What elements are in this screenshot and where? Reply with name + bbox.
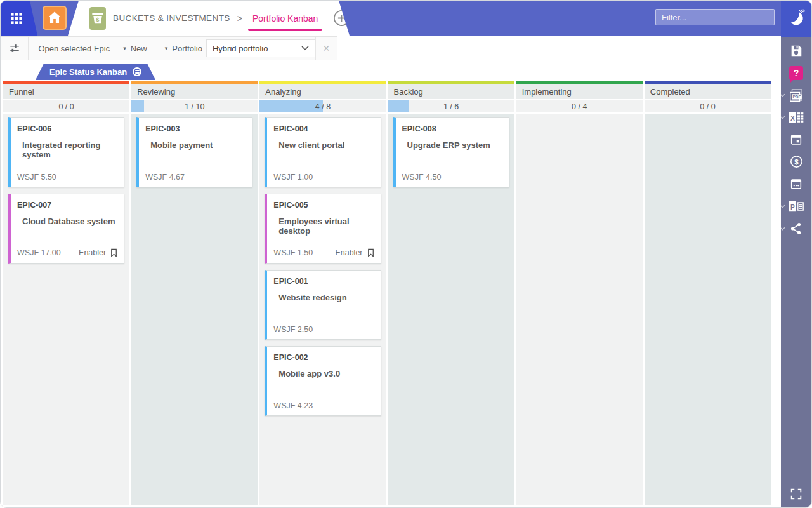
breadcrumb-divider: > xyxy=(237,13,242,23)
caret-down-icon: ▾ xyxy=(123,45,126,51)
wsjf-value: WSJF 2.50 xyxy=(273,325,313,334)
kanban-column: Completed0 / 0 xyxy=(645,81,771,505)
open-selected-epic-button[interactable]: Open selected Epic xyxy=(29,37,119,60)
share-button[interactable] xyxy=(788,220,804,236)
epic-card-title: Upgrade ERP system xyxy=(407,140,502,150)
bucket-dollar-icon[interactable]: $ xyxy=(89,7,106,30)
epic-card-title: Website redesign xyxy=(278,293,374,302)
right-sidebar: ? PDF X xyxy=(781,37,811,507)
help-icon: ? xyxy=(789,66,803,80)
add-board-button[interactable] xyxy=(333,10,350,27)
powerpoint-export-button[interactable]: P xyxy=(788,198,804,214)
portfolio-label: Portfolio xyxy=(172,44,202,53)
epic-card-id: EPIC-004 xyxy=(273,124,374,133)
epic-card-title: Mobile payment xyxy=(150,140,246,150)
filter-input[interactable] xyxy=(655,9,775,25)
kanban-column: Analyzing4 / 8EPIC-004New client portalW… xyxy=(259,81,386,505)
kendis-swoosh-logo xyxy=(785,8,807,30)
column-count-row: 4 / 8 xyxy=(259,100,386,114)
pdf-export-button[interactable]: PDF xyxy=(788,87,804,103)
main-area: Open selected Epic ▾ New ▾ Portfolio Hyb… xyxy=(1,36,781,507)
toolbar: Open selected Epic ▾ New ▾ Portfolio Hyb… xyxy=(1,36,781,61)
column-count-row: 1 / 6 xyxy=(388,100,514,114)
open-selected-epic-label: Open selected Epic xyxy=(38,44,110,53)
epic-card[interactable]: EPIC-005Employees virtual desktopWSJF 1.… xyxy=(265,194,381,264)
epic-card[interactable]: EPIC-001Website redesignWSJF 2.50 xyxy=(265,270,381,340)
portfolio-select-value: Hybrid portfolio xyxy=(213,44,268,53)
epic-card-id: EPIC-005 xyxy=(273,201,374,210)
planning-board-button[interactable] xyxy=(788,131,804,147)
board-settings-button[interactable] xyxy=(1,37,29,60)
fullscreen-icon xyxy=(789,487,803,501)
wsjf-value: WSJF 1.50 xyxy=(273,248,313,257)
portfolio-select[interactable]: Hybrid portfolio xyxy=(206,39,315,57)
svg-text:PDF: PDF xyxy=(792,94,801,98)
epic-card-footer: WSJF 4.67 xyxy=(145,173,247,182)
wsjf-value: WSJF 17.00 xyxy=(17,248,61,257)
chevron-down-icon xyxy=(301,46,309,51)
epic-card-footer: WSJF 1.50Enabler xyxy=(273,248,375,258)
epic-card-footer: WSJF 5.50 xyxy=(17,173,119,182)
epic-card-title: Integrated reporting system xyxy=(22,140,117,159)
column-count-label: 0 / 0 xyxy=(3,100,129,114)
epic-card[interactable]: EPIC-007Cloud Database systemWSJF 17.00E… xyxy=(8,194,124,264)
epic-card-id: EPIC-002 xyxy=(273,353,374,362)
column-header: Implementing xyxy=(516,84,643,100)
circle-menu-icon[interactable] xyxy=(133,67,141,76)
breadcrumb-section[interactable]: BUCKETS & INVESTMENTS xyxy=(113,13,230,23)
column-count-label: 0 / 0 xyxy=(645,100,771,114)
epic-card-title: New client portal xyxy=(278,140,374,150)
help-button[interactable]: ? xyxy=(788,65,804,81)
epic-card-id: EPIC-008 xyxy=(402,124,502,133)
enabler-label: Enabler xyxy=(335,248,362,257)
column-body xyxy=(516,114,643,505)
column-header: Backlog xyxy=(388,84,514,100)
bookmark-icon xyxy=(109,248,119,258)
apps-menu-button[interactable] xyxy=(1,1,37,36)
breadcrumb-current-tab[interactable]: Portfolio Kanban xyxy=(252,13,318,23)
kanban-board: Funnel0 / 0EPIC-006Integrated reporting … xyxy=(1,81,781,507)
share-icon xyxy=(789,222,803,236)
epic-card-title: Mobile app v3.0 xyxy=(278,369,374,378)
home-button[interactable] xyxy=(43,6,67,30)
epic-card-id: EPIC-006 xyxy=(17,124,117,133)
epic-card-footer: WSJF 1.00 xyxy=(273,173,375,182)
column-count-label: 0 / 4 xyxy=(516,100,643,114)
svg-text:P: P xyxy=(790,203,795,210)
enabler-label: Enabler xyxy=(79,248,106,257)
portfolio-group: ▾ Portfolio Hybrid portfolio xyxy=(157,37,315,60)
column-body: EPIC-008Upgrade ERP systemWSJF 4.50 xyxy=(388,114,514,505)
epic-card-footer: WSJF 4.50 xyxy=(402,173,504,182)
epic-card[interactable]: EPIC-002Mobile app v3.0WSJF 4.23 xyxy=(265,346,381,416)
excel-export-button[interactable]: X xyxy=(788,109,804,125)
new-dropdown-button[interactable]: ▾ New xyxy=(119,37,157,60)
bookmark-icon xyxy=(366,248,376,258)
column-header: Reviewing xyxy=(131,84,258,100)
tab-epic-status-kanban[interactable]: Epic Status Kanban xyxy=(36,64,155,80)
enabler-badge: Enabler xyxy=(79,248,119,258)
program-board-button[interactable] xyxy=(788,176,804,192)
fullscreen-button[interactable] xyxy=(789,487,803,501)
kanban-column: Reviewing1 / 10EPIC-003Mobile paymentWSJ… xyxy=(131,81,258,505)
new-label: New xyxy=(131,44,147,53)
svg-text:X: X xyxy=(790,114,795,121)
top-bar: $ BUCKETS & INVESTMENTS > Portfolio Kanb… xyxy=(1,1,811,36)
board-tab-label: Epic Status Kanban xyxy=(49,67,127,77)
pdf-export-icon: PDF xyxy=(788,88,804,103)
clear-portfolio-button[interactable]: ✕ xyxy=(315,37,337,60)
epic-card[interactable]: EPIC-008Upgrade ERP systemWSJF 4.50 xyxy=(393,117,509,187)
epic-card[interactable]: EPIC-004New client portalWSJF 1.00 xyxy=(265,117,381,187)
budget-button[interactable]: $ xyxy=(788,154,804,170)
epic-card[interactable]: EPIC-006Integrated reporting systemWSJF … xyxy=(8,117,124,187)
column-count-row: 0 / 0 xyxy=(645,100,771,114)
column-header: Funnel xyxy=(3,84,129,100)
epic-card[interactable]: EPIC-003Mobile paymentWSJF 4.67 xyxy=(136,117,252,187)
epic-card-id: EPIC-007 xyxy=(17,201,117,210)
budget-dollar-icon: $ xyxy=(789,154,804,169)
app-logo[interactable] xyxy=(781,1,811,37)
epic-card-id: EPIC-001 xyxy=(273,277,374,286)
save-button[interactable] xyxy=(788,43,804,58)
breadcrumb: $ BUCKETS & INVESTMENTS > Portfolio Kanb… xyxy=(68,1,350,36)
column-count-row: 1 / 10 xyxy=(131,100,258,114)
svg-text:$: $ xyxy=(96,16,100,22)
